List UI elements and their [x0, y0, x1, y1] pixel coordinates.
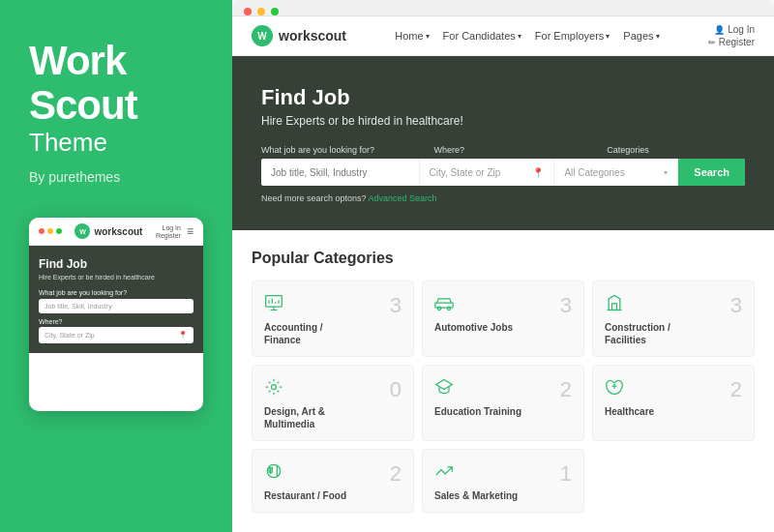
nav-login[interactable]: 👤 Log In: [714, 24, 755, 35]
website-preview: W workscout Home ▾ For Candidates ▾ For …: [232, 16, 774, 532]
mobile-dot-green: [56, 228, 62, 234]
nav-register[interactable]: ✏ Register: [708, 37, 755, 47]
category-count: 2: [560, 377, 572, 402]
candidates-caret-icon: ▾: [518, 32, 521, 41]
mobile-window-dots: [39, 228, 62, 234]
login-icon: 👤: [714, 25, 725, 35]
site-logo: W workscout: [252, 25, 346, 46]
search-label-categories: Categories: [607, 145, 745, 155]
category-left: Construction /Facilities: [605, 293, 670, 346]
mobile-dot-red: [39, 228, 45, 234]
category-left: Healthcare: [605, 377, 654, 418]
mobile-logo-icon: W: [74, 223, 90, 239]
mobile-job-input[interactable]: Job title, Skill, Industry: [39, 299, 194, 313]
mobile-header: W workscout Log In Register ≡: [29, 218, 203, 246]
left-panel: Work Scout Theme By purethemes W worksco…: [0, 0, 232, 532]
location-pin-icon: 📍: [532, 167, 544, 178]
category-left: Education Training: [434, 377, 521, 418]
category-card[interactable]: Healthcare 2: [592, 365, 755, 441]
category-count: 0: [390, 377, 402, 402]
hero-title: Find Job: [261, 85, 745, 110]
category-card[interactable]: Restaurant / Food 2: [252, 449, 414, 513]
category-icon-4: [434, 377, 521, 401]
category-left: Restaurant / Food: [264, 461, 346, 502]
mobile-login: Log In: [163, 224, 181, 231]
browser-maximize-dot[interactable]: [271, 8, 279, 15]
search-location-input[interactable]: City, State or Zip 📍: [420, 159, 555, 186]
brand-title-line2: Scout: [29, 83, 203, 128]
site-nav: W workscout Home ▾ For Candidates ▾ For …: [232, 16, 774, 56]
site-nav-links: Home ▾ For Candidates ▾ For Employers ▾ …: [395, 30, 659, 42]
right-panel: W workscout Home ▾ For Candidates ▾ For …: [232, 0, 774, 532]
nav-employers[interactable]: For Employers ▾: [535, 30, 610, 42]
category-name: Sales & Marketing: [434, 489, 518, 502]
category-icon-6: [264, 461, 346, 486]
browser-close-dot[interactable]: [244, 8, 252, 15]
browser-chrome: [232, 0, 774, 16]
mobile-nav-links: Log In Register: [156, 224, 181, 239]
site-logo-icon: W: [252, 25, 273, 46]
nav-candidates[interactable]: For Candidates ▾: [443, 30, 521, 42]
search-category-select[interactable]: All Categories ▾: [554, 159, 678, 186]
hero-section: Find Job Hire Experts or be hirded in he…: [232, 56, 774, 230]
nav-pages[interactable]: Pages ▾: [623, 30, 659, 42]
site-nav-actions: 👤 Log In ✏ Register: [708, 24, 755, 47]
hero-subtitle: Hire Experts or be hirded in healthcare!: [261, 114, 745, 128]
brand-author: By purethemes: [29, 169, 203, 185]
svg-point-8: [437, 307, 440, 310]
mobile-job-label: What job are you looking for?: [39, 289, 194, 296]
category-left: Design, Art &Multimedia: [264, 377, 325, 430]
category-icon-5: [605, 377, 654, 401]
search-button[interactable]: Search: [678, 159, 745, 186]
category-count: 3: [730, 293, 742, 318]
brand-title: Work Scout: [29, 39, 203, 128]
category-card[interactable]: Education Training 2: [422, 365, 584, 441]
mobile-preview: W workscout Log In Register ≡ Find Job H…: [29, 218, 203, 411]
category-card[interactable]: Sales & Marketing 1: [422, 449, 584, 513]
category-card[interactable]: Automotive Jobs 3: [422, 281, 584, 357]
search-label-where: Where?: [434, 145, 608, 155]
category-name: Healthcare: [605, 405, 654, 418]
mobile-hero-title: Find Job: [39, 257, 194, 271]
category-count: 3: [390, 293, 402, 318]
mobile-hero: Find Job Hire Experts or be hirded in he…: [29, 246, 203, 353]
category-count: 2: [390, 461, 402, 487]
pages-caret-icon: ▾: [656, 32, 660, 41]
category-name: Education Training: [434, 405, 521, 418]
category-count: 1: [560, 461, 572, 487]
search-label-job: What job are you looking for?: [261, 145, 434, 155]
employers-caret-icon: ▾: [606, 32, 610, 41]
search-labels: What job are you looking for? Where? Cat…: [261, 145, 745, 155]
category-icon-7: [434, 461, 518, 486]
search-job-input[interactable]: [261, 159, 420, 186]
category-left: Accounting /Finance: [264, 293, 323, 346]
svg-rect-10: [612, 304, 617, 310]
browser-minimize-dot[interactable]: [257, 8, 265, 15]
mobile-hamburger-icon[interactable]: ≡: [187, 224, 194, 238]
category-card[interactable]: Design, Art &Multimedia 0: [252, 365, 414, 441]
mobile-logo: W workscout: [74, 223, 142, 239]
category-name: Accounting /Finance: [264, 321, 323, 346]
advanced-search-link[interactable]: Advanced Search: [369, 193, 437, 203]
nav-home[interactable]: Home ▾: [395, 30, 429, 42]
site-logo-text: workscout: [279, 28, 346, 44]
category-caret-icon: ▾: [664, 168, 668, 177]
category-name: Design, Art &Multimedia: [264, 405, 325, 430]
category-name: Automotive Jobs: [434, 321, 513, 334]
mobile-where-label: Where?: [39, 318, 194, 325]
category-icon-3: [264, 377, 325, 401]
categories-grid: Accounting /Finance 3 Automotive Jobs 3 …: [252, 281, 755, 513]
category-name: Restaurant / Food: [264, 489, 346, 502]
categories-section: Popular Categories Accounting /Finance 3…: [232, 230, 774, 532]
category-card[interactable]: Accounting /Finance 3: [252, 281, 414, 357]
svg-point-9: [447, 307, 450, 310]
category-card[interactable]: Construction /Facilities 3: [592, 281, 755, 357]
mobile-where-input[interactable]: City, State or Zip 📍: [39, 327, 194, 343]
category-left: Automotive Jobs: [434, 293, 513, 334]
category-left: Sales & Marketing: [434, 461, 518, 502]
mobile-hero-sub: Hire Experts or be hirded in healthcare: [39, 273, 194, 281]
svg-point-11: [272, 385, 277, 390]
category-count: 3: [560, 293, 572, 318]
mobile-dot-yellow: [47, 228, 53, 234]
brand-title-line1: Work: [29, 39, 203, 83]
